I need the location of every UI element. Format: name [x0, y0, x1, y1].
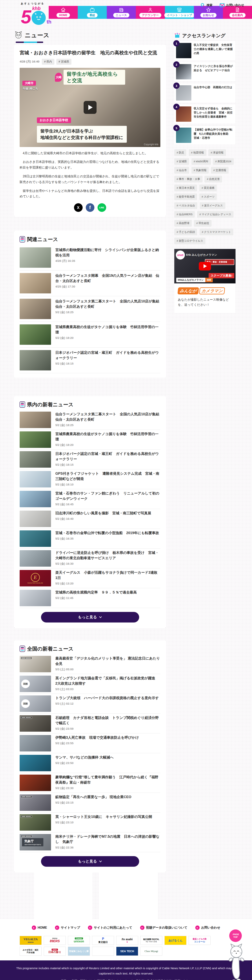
- footer-link[interactable]: ▶HOME: [32, 926, 47, 930]
- partner-banner[interactable]: Class Miyagi: [140, 947, 162, 956]
- article-tag[interactable]: # 県内: [42, 59, 54, 65]
- topic-tag[interactable]: # 能登半島地震: [174, 194, 197, 200]
- topic-tag[interactable]: # 宮城県: [174, 158, 189, 165]
- news-item[interactable]: ANN NEWS英・シャーロット王女10歳に キャサリン妃撮影の写真公開5/2 …: [20, 813, 160, 832]
- facebook-icon[interactable]: f: [86, 203, 94, 212]
- khb-logo[interactable]: あすとつながる khb 5 th: [21, 2, 51, 25]
- topic-tag[interactable]: # 気象情報: [191, 167, 209, 173]
- page-top-button[interactable]: ↑PAGE TOP: [229, 929, 242, 942]
- news-item[interactable]: GPS付きライフジャケット 遭難者発見システム完成 宮城・南三陸町などが開発5/…: [20, 469, 160, 489]
- footer-link[interactable]: ▶お問い合わせ: [195, 926, 220, 930]
- topic-tag[interactable]: # 子どもの笑顔: [174, 229, 197, 235]
- footer-link[interactable]: ▶視聴データの取扱いについて: [140, 926, 187, 930]
- partner-banner[interactable]: DyDo日本の祭り: [44, 947, 66, 956]
- play-button[interactable]: [84, 101, 97, 114]
- topic-tag[interactable]: # 自然災害: [204, 176, 222, 183]
- partner-banner[interactable]: 宮城海ごみなくし隊: [68, 947, 90, 956]
- topic-tag[interactable]: # 津波情報: [209, 150, 226, 156]
- ranking-item[interactable]: 2アイスリンクに氷を張る作業が始まる ゼビオアリーナ仙台: [174, 62, 236, 81]
- topic-tag[interactable]: # 羽生結弦: [194, 220, 211, 227]
- news-item[interactable]: サンマ、サバなどの漁獲枠 大幅減へ5/2 (金) 23:50: [20, 753, 160, 773]
- topic-tag[interactable]: # 楽天イーグルス: [199, 202, 225, 209]
- news-item[interactable]: 気象庁Japan Meteorological AgencyANN NEWS南米…: [20, 832, 160, 852]
- nav-item-programs[interactable]: 番組: [78, 6, 107, 19]
- news-item[interactable]: 宮城・石巻市の金華山沖で転覆の小型漁船 2019年にも転覆事故5/2 (金) 1…: [20, 529, 160, 549]
- news-item[interactable]: 国際トランプ大統領 ハーバード大の非課税資格の廃止する意向示す5/3 (土) 0…: [20, 694, 160, 714]
- topic-tag[interactable]: # クリスマスマーケット: [199, 229, 233, 235]
- news-list-icon: [20, 646, 25, 652]
- topic-tag[interactable]: # 地震情報: [188, 150, 206, 156]
- news-item[interactable]: ERAKUTEN EAGLES楽天イーグルス 小森が活躍もサヨナラ負けで同一カー…: [20, 568, 160, 588]
- partner-banner[interactable]: VEGALTASENDAI: [20, 936, 41, 945]
- news-item[interactable]: 宮城・石巻市のサン・ファン館にぎわう リニューアルして初のゴールデンウィーク5/…: [20, 489, 160, 509]
- video-player[interactable]: 大崎 留学生が地元高校生らと交流 大崎市 午後1時ごろ おおさき日本語学校 留学…: [20, 68, 160, 147]
- topic-tag[interactable]: # 衆院選2024: [213, 158, 234, 165]
- news-item[interactable]: 伊勢崎3人死亡事故 現場で交通事故防止を呼びかけ5/2 (金) 23:55: [20, 733, 160, 753]
- camera-promo-card[interactable]: みんなが カメラマン あなたが撮影したニュース映像などを、送ってください！: [174, 283, 236, 313]
- partner-banner[interactable]: SEA TECH: [116, 947, 138, 956]
- news-item[interactable]: 日本ジオパーク認定の宮城・蔵王町 ガイドを務める高校生がウォークラリー5/2 (…: [20, 347, 160, 373]
- nav-item-company[interactable]: 会社案内: [223, 6, 252, 19]
- nav-item-home[interactable]: HOME: [49, 6, 78, 19]
- ranking-item[interactable]: 3仙台市中心部 再開発の行方は: [174, 83, 236, 102]
- topic-tag[interactable]: # 仙台市: [174, 167, 189, 173]
- topic-tag[interactable]: # マイナビ仙台レディース: [197, 211, 234, 218]
- news-item[interactable]: 宮城県の高校生就職内定率 ９９．５％で過去最高5/2 (金) 11:45: [20, 588, 160, 608]
- banner-text: SENDAI: [52, 938, 57, 939]
- topic-tag[interactable]: # 震災遺構: [199, 185, 217, 191]
- news-item[interactable]: ANN NEWS鉱物協定「再生への重要な一歩」 現地企業CEO5/2 (金) 2…: [20, 793, 160, 813]
- topic-tag[interactable]: # 高校野球: [174, 220, 192, 227]
- partner-banner[interactable]: SENDAI89ERS: [44, 936, 66, 945]
- news-item[interactable]: 日本ジオパーク認定の宮城・蔵王町 ガイドを務める高校生がウォークラリー5/2 (…: [20, 450, 160, 469]
- news-item[interactable]: 旧志津川町の懐かしい風景を撮影 宮城・南三陸町で写真展5/2 (金) 16:40: [20, 509, 160, 529]
- footer-link[interactable]: ▶サイトマップ: [55, 926, 80, 930]
- news-item[interactable]: 豪華絢爛な“行燈”壊して豊年満作願う 江戸時代から続く『福野夜高祭』富山・南砺市…: [20, 773, 160, 793]
- national-more-button[interactable]: もっと見る: [41, 856, 139, 867]
- news-item[interactable]: 宮城県農業高校の生徒がタケノコ掘りを体験 竹林活用学習の一環5/2 (金) 18…: [20, 430, 160, 450]
- topic-tag[interactable]: # 新型コロナウイルス: [174, 237, 206, 244]
- partner-banner[interactable]: Caesarunixon: [68, 936, 90, 945]
- partner-banner[interactable]: あげるくん: [164, 936, 187, 945]
- nav-item-announcer[interactable]: アナウンサー: [136, 6, 165, 19]
- news-item[interactable]: 仙台ラーメンフェスタ第二幕スタート 全国の人気店10店が集結 仙台・太白区あすと…: [20, 410, 160, 430]
- news-item[interactable]: ANN NEWS石破総理 カナダ首相と電話会談 トランプ関税めぐり経済分野で幅広…: [20, 714, 160, 733]
- footer-link[interactable]: ▶サイトのご利用にあたって: [88, 926, 132, 930]
- contact-button[interactable]: お問い合わせ: [220, 3, 244, 8]
- topic-tag[interactable]: # 事件・事故・火事: [174, 176, 203, 183]
- news-item[interactable]: ANN NEWS最高裁長官「デジタル化のメリット享受を」 憲法記念日にあたり会見…: [20, 654, 160, 674]
- news-item[interactable]: 宮城県の動物愛護活動に寄付 シライシパンが企業版ふるさと納税を活用4/28 (月…: [20, 245, 160, 270]
- nav-item-notice[interactable]: お知らせ: [194, 6, 223, 19]
- topic-tag[interactable]: # 交通情報: [211, 167, 228, 173]
- topic-tag[interactable]: # スポーツ: [199, 194, 217, 200]
- partner-banner[interactable]: みやぎ防災・減災円卓会議: [20, 947, 41, 956]
- partner-banner[interactable]: 童謡こどもの歌コンクール: [188, 936, 211, 945]
- news-item[interactable]: 宮城県農業高校の生徒がタケノコ掘りを体験 竹林活用学習の一環5/2 (金) 18…: [20, 322, 160, 347]
- partner-banner[interactable]: [92, 947, 114, 956]
- ranking-item[interactable]: 5【速報】金華山沖で小型船が転覆 6人の乗組員全員を救助 宮城・石巻市: [174, 126, 236, 145]
- ranking-item[interactable]: 4収入安定せず借金も 金銭的に苦しかった容疑者 宮城・岩沼市女性保育士遺体遺棄事…: [174, 105, 236, 124]
- partner-banner[interactable]: P東北朝日: [92, 936, 114, 945]
- partner-banner[interactable]: 朝日新聞 DIGITALMy Town 宮城: [140, 936, 162, 945]
- partner-banner[interactable]: /tv asahi6: [116, 936, 138, 945]
- news-item[interactable]: 仙台ラーメンフェスタ開幕 全国19の人気ラーメン店が集結 仙台・太白区あすと長町…: [20, 270, 160, 296]
- promo-video[interactable]: khb5 khb みんながカメラマン 事件・事故・災害現場 スクープ大募集! k…: [174, 249, 236, 283]
- news-item[interactable]: ドライバーに逆走防止を呼び掛け 栃木県の事故を受け 宮城・大崎市の東北自動車道サ…: [20, 549, 160, 568]
- nav-item-news[interactable]: ニュース: [107, 6, 136, 19]
- x-icon[interactable]: X: [74, 203, 83, 212]
- local-more-button[interactable]: もっと見る: [41, 612, 139, 622]
- banner-text: SEA TECH: [120, 950, 134, 953]
- nav-label: お知らせ: [200, 13, 217, 18]
- topic-tag[interactable]: # 防災: [174, 150, 187, 156]
- topic-tag[interactable]: # 仙台89ERS: [174, 211, 195, 218]
- youtube-play-button[interactable]: [199, 262, 211, 270]
- line-icon[interactable]: LINE: [97, 203, 106, 212]
- news-item[interactable]: 国際英イングランド地方議会選で「反移民」掲げる右派政党が躍進 2大政党は大敗喫す…: [20, 674, 160, 694]
- nav-item-event-shop[interactable]: イベント・ショップ: [165, 6, 194, 19]
- ranking-item[interactable]: 1収入不安定で督促状 女性保育士の遺体を遺棄した疑いで逮捕の男: [174, 41, 236, 60]
- topic-tag[interactable]: # 東日本大震災: [174, 185, 197, 191]
- news-item[interactable]: 仙台ラーメンフェスタ第二幕スタート 全国の人気店10店が集結 仙台・太白区あすと…: [20, 296, 160, 322]
- topic-tag[interactable]: # khb50周年: [191, 158, 211, 165]
- search-button[interactable]: 検索: [200, 3, 212, 8]
- article-tag[interactable]: # 宮城県: [56, 59, 72, 65]
- topic-tag[interactable]: # ベガルタ仙台: [174, 202, 198, 209]
